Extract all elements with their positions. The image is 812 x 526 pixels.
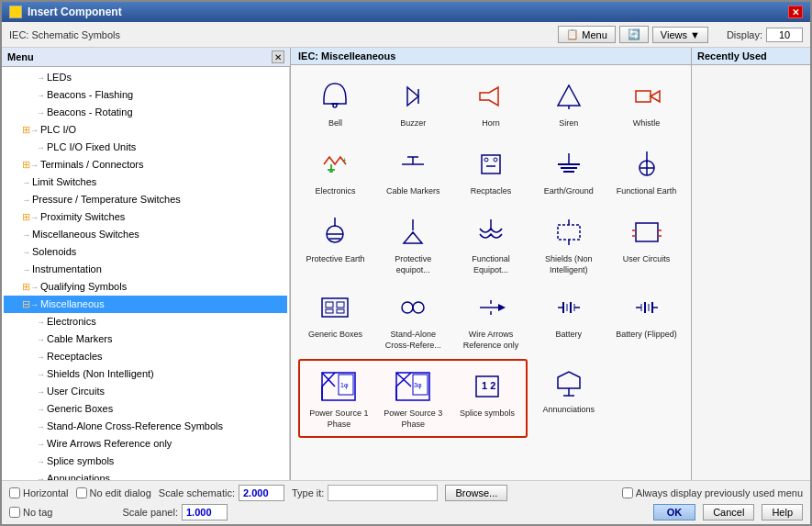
receptacles-label: Recptacles xyxy=(471,185,512,196)
horizontal-checkbox-input[interactable] xyxy=(9,487,20,498)
symbol-siren[interactable]: Siren xyxy=(531,73,606,137)
tree-item-stand-alone[interactable]: →Stand-Alone Cross-Reference Symbols xyxy=(4,418,287,435)
refresh-button[interactable]: 🔄 xyxy=(619,26,649,43)
menu-btn-label: Menu xyxy=(582,29,607,40)
svg-rect-43 xyxy=(326,309,333,313)
main-content: Menu ✕ →LEDs →Beacons - Flashing →Beacon… xyxy=(2,48,810,480)
symbol-splice[interactable]: 1 2 Splice symbols xyxy=(451,364,524,433)
symbol-whistle[interactable]: Whistle xyxy=(609,73,684,137)
symbol-wire-arrows[interactable]: Wire Arrows Reference only xyxy=(454,284,528,355)
tree-item-electronics[interactable]: →Electronics xyxy=(4,313,287,330)
tree-item-annunciations[interactable]: →Annunciations xyxy=(4,470,287,480)
power-source-1-label: Power Source 1 Phase xyxy=(306,408,372,430)
functional-earth-label: Functional Earth xyxy=(617,185,677,196)
symbol-annunciations[interactable]: Annunciations xyxy=(531,359,606,438)
tree-view: →LEDs →Beacons - Flashing →Beacons - Rot… xyxy=(2,67,290,480)
type-it-group: Type it: xyxy=(292,485,438,501)
tree-item-plcio-fixed[interactable]: →PLC I/O Fixed Units xyxy=(4,139,287,156)
buzzer-label: Buzzer xyxy=(400,118,426,129)
symbol-earth-ground[interactable]: Earth/Ground xyxy=(531,140,606,205)
functional-earth-icon xyxy=(623,145,671,184)
user-circuits-label: User Circuits xyxy=(623,253,671,264)
scale-panel-label: Scale panel: xyxy=(122,507,178,518)
user-circuits-icon xyxy=(623,213,671,252)
close-button[interactable]: ✕ xyxy=(788,6,803,18)
svg-text:1  2: 1 2 xyxy=(482,380,495,391)
help-button[interactable]: Help xyxy=(762,504,803,520)
svg-rect-32 xyxy=(558,225,580,240)
browse-button[interactable]: Browse... xyxy=(445,485,507,501)
symbol-receptacles[interactable]: Recptacles xyxy=(454,140,528,205)
svg-text:1φ: 1φ xyxy=(340,382,349,389)
tree-item-cable-markers[interactable]: →Cable Markers xyxy=(4,330,287,348)
titlebar-title: ⚡ Insert Component xyxy=(9,6,122,18)
siren-icon xyxy=(545,77,593,116)
tree-item-shields[interactable]: →Shields (Non Intelligent) xyxy=(4,365,287,383)
tree-item-miscellaneous[interactable]: ⊟→Miscellaneous xyxy=(4,296,287,313)
symbol-cable-markers[interactable]: Cable Markers xyxy=(376,140,450,205)
scale-panel-input[interactable] xyxy=(182,504,228,520)
no-tag-label: No tag xyxy=(23,507,52,518)
ok-button[interactable]: OK xyxy=(653,504,696,520)
symbol-stand-alone[interactable]: Stand-Alone Cross-Refere... xyxy=(376,284,450,355)
horn-icon xyxy=(467,77,515,116)
scale-schematic-input[interactable] xyxy=(239,485,284,501)
tree-item-qualifying[interactable]: ⊞→Qualifying Symbols xyxy=(4,278,287,296)
symbol-battery-flipped[interactable]: Battery (Flipped) xyxy=(609,284,684,355)
protective-equipot-label: Protective equipot... xyxy=(380,253,446,275)
menu-button[interactable]: 📋 Menu xyxy=(558,26,616,43)
symbol-bell[interactable]: Bell xyxy=(298,73,373,137)
tree-item-solenoids[interactable]: →Solenoids xyxy=(4,243,287,261)
tree-item-misc-switches[interactable]: →Miscellaneous Switches xyxy=(4,226,287,243)
tree-item-wire-arrows[interactable]: →Wire Arrows Reference only xyxy=(4,435,287,453)
left-panel-close[interactable]: ✕ xyxy=(272,50,284,63)
symbol-protective-equipot[interactable]: Protective equipot... xyxy=(376,208,450,280)
display-value: 10 xyxy=(766,28,803,42)
tree-item-pressure[interactable]: →Pressure / Temperature Switches xyxy=(4,191,287,208)
tree-item-terminals[interactable]: ⊞→Terminals / Connectors xyxy=(4,156,287,173)
no-edit-checkbox-input[interactable] xyxy=(76,487,87,498)
symbol-power-source-1[interactable]: 1φ Power Source 1 Phase xyxy=(303,364,375,433)
no-edit-checkbox[interactable]: No edit dialog xyxy=(76,487,151,498)
horizontal-checkbox[interactable]: Horizontal xyxy=(9,487,69,498)
symbol-protective-earth[interactable]: Protective Earth xyxy=(298,208,373,280)
symbol-generic-boxes[interactable]: Generic Boxes xyxy=(298,284,373,355)
symbol-functional-equipot[interactable]: Functional Equipot... xyxy=(454,208,528,280)
no-tag-checkbox[interactable]: No tag xyxy=(9,507,52,518)
symbol-buzzer[interactable]: Buzzer xyxy=(376,73,450,137)
always-display-checkbox[interactable]: Always display previously used menu xyxy=(622,487,803,498)
symbol-battery[interactable]: Battery xyxy=(531,284,606,355)
tree-item-proximity[interactable]: ⊞→Proximity Switches xyxy=(4,208,287,226)
tree-item-splice[interactable]: →Splice symbols xyxy=(4,453,287,470)
scale-schematic-label: Scale schematic: xyxy=(159,487,235,498)
always-display-checkbox-input[interactable] xyxy=(622,487,633,498)
type-it-input[interactable] xyxy=(328,485,438,501)
views-button[interactable]: Views ▼ xyxy=(652,27,708,43)
svg-point-1 xyxy=(333,104,337,107)
whistle-icon xyxy=(623,77,671,116)
cable-markers-label: Cable Markers xyxy=(386,185,440,196)
cancel-button[interactable]: Cancel xyxy=(703,504,754,520)
symbol-power-source-3[interactable]: 3φ Power Source 3 Phase xyxy=(377,364,450,433)
tree-item-plcio[interactable]: ⊞→PLC I/O xyxy=(4,121,287,139)
symbol-shields[interactable]: Shields (Non Intelligent) xyxy=(531,208,606,280)
symbol-electronics[interactable]: + Electronics xyxy=(298,140,373,205)
tree-item-instrumentation[interactable]: →Instrumentation xyxy=(4,261,287,278)
svg-rect-41 xyxy=(326,302,333,308)
annunciations-icon xyxy=(545,364,593,402)
no-tag-checkbox-input[interactable] xyxy=(9,507,20,518)
symbol-functional-earth[interactable]: Functional Earth xyxy=(609,140,684,205)
svg-point-15 xyxy=(494,158,497,162)
tree-item-beacons-rotating[interactable]: →Beacons - Rotating xyxy=(4,104,287,121)
tree-item-user-circuits[interactable]: →User Circuits xyxy=(4,383,287,400)
tree-item-receptacles[interactable]: →Receptacles xyxy=(4,348,287,365)
tree-item-beacons-flashing[interactable]: →Beacons - Flashing xyxy=(4,86,287,104)
symbol-horn[interactable]: Horn xyxy=(454,73,528,137)
protective-earth-icon xyxy=(311,213,359,252)
tree-item-generic-boxes[interactable]: →Generic Boxes xyxy=(4,400,287,418)
symbol-user-circuits[interactable]: User Circuits xyxy=(609,208,684,280)
tree-item-leds[interactable]: →LEDs xyxy=(4,69,287,86)
tree-item-limit-switches[interactable]: →Limit Switches xyxy=(4,173,287,191)
whistle-label: Whistle xyxy=(633,118,661,129)
iec-label: IEC: Schematic Symbols xyxy=(9,29,120,40)
